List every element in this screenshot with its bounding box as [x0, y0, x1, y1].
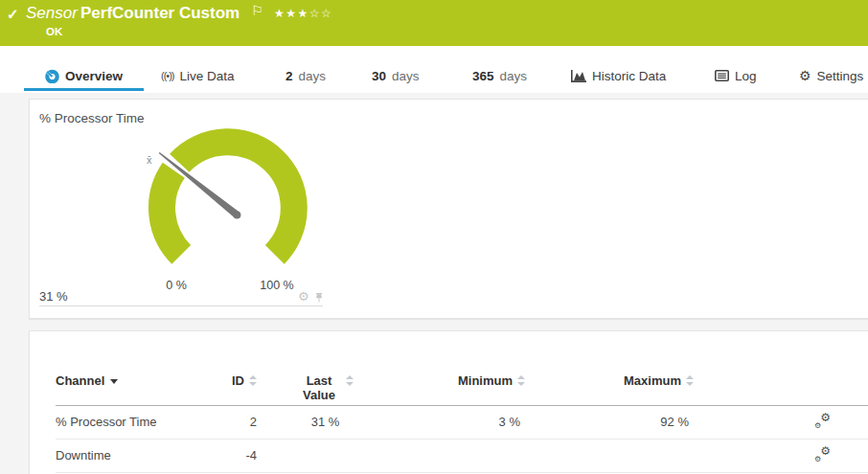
- column-header-last-value-label: Last Value: [297, 373, 341, 402]
- sensor-name: PerfCounter Custom: [80, 4, 240, 23]
- tab-30-days-number: 30: [372, 69, 386, 83]
- live-data-icon: ((•)): [161, 70, 174, 81]
- tab-live-data-label: Live Data: [180, 69, 235, 83]
- tab-overview[interactable]: Overview: [24, 46, 144, 93]
- settings-gear-icon: ⚙: [799, 69, 811, 82]
- active-tab-indicator: [24, 88, 144, 92]
- sort-icon: [685, 375, 694, 386]
- status-check-icon: ✓: [7, 6, 19, 23]
- tab-2-days-word: days: [299, 69, 327, 83]
- channel-settings-icon[interactable]: ⚙ ⚙: [814, 413, 831, 429]
- channel-table: Channel ID Last Value Minimum Maximum: [56, 358, 868, 473]
- sorted-desc-icon: [110, 379, 118, 384]
- flag-icon[interactable]: ⚐: [251, 3, 263, 18]
- sensor-header: ✓ Sensor PerfCounter Custom ⚐ ★★★☆☆ OK: [0, 0, 868, 46]
- tab-settings[interactable]: ⚙ Settings: [799, 46, 863, 93]
- gauge-scale-max: 100 %: [248, 279, 306, 292]
- column-header-id[interactable]: ID: [199, 358, 257, 405]
- tab-365-days[interactable]: 365 days: [472, 46, 527, 93]
- channel-maximum-cell: 92 %: [525, 405, 694, 439]
- tab-log-label: Log: [735, 69, 757, 83]
- channel-minimum-cell: 3 %: [394, 405, 525, 439]
- gauge-chart: [30, 100, 868, 320]
- sort-icon: [345, 375, 354, 386]
- gear-icon: ⚙: [820, 411, 831, 424]
- tab-30-days[interactable]: 30 days: [372, 46, 420, 93]
- column-header-maximum-label: Maximum: [624, 373, 681, 388]
- column-header-id-label: ID: [232, 373, 244, 388]
- sort-icon: [248, 375, 257, 386]
- channel-last-value-cell: 31 %: [257, 405, 394, 439]
- gauge-panel: % Processor Time x̄ 0 % 100 % 31 % ⚙: [29, 99, 868, 319]
- tab-30-days-word: days: [392, 69, 420, 83]
- average-marker: x̄: [147, 154, 152, 166]
- table-row: Downtime -4 ⚙ ⚙: [56, 439, 868, 472]
- channel-id-cell: -4: [199, 439, 257, 472]
- gauge-settings-gear-icon[interactable]: ⚙: [298, 289, 309, 304]
- gauge-footer-divider: [39, 305, 323, 306]
- object-kind-label: Sensor: [26, 4, 78, 23]
- channel-table-panel: Channel ID Last Value Minimum Maximum: [29, 330, 868, 474]
- channel-settings-icon[interactable]: ⚙ ⚙: [814, 446, 831, 463]
- column-header-minimum[interactable]: Minimum: [394, 358, 525, 405]
- tab-historic-data[interactable]: Historic Data: [571, 46, 666, 93]
- gear-icon: ⚙: [820, 444, 831, 458]
- tab-overview-label: Overview: [65, 69, 123, 83]
- gauge-needle: [159, 152, 240, 218]
- pin-icon[interactable]: [314, 292, 324, 304]
- channel-maximum-cell: [525, 439, 694, 472]
- channel-name-cell[interactable]: % Processor Time: [56, 405, 199, 439]
- table-header-row: Channel ID Last Value Minimum Maximum: [56, 358, 868, 405]
- log-list-icon: [715, 70, 729, 81]
- sort-icon: [516, 375, 525, 386]
- column-header-actions: [694, 358, 868, 405]
- gear-icon: ⚙: [814, 421, 821, 430]
- tab-365-days-word: days: [500, 69, 528, 83]
- tab-live-data[interactable]: ((•)) Live Data: [161, 46, 235, 93]
- area-chart-icon: [571, 70, 586, 82]
- tab-365-days-number: 365: [472, 69, 494, 83]
- column-header-maximum[interactable]: Maximum: [525, 358, 694, 405]
- channel-last-value-cell: [257, 439, 394, 472]
- table-row: % Processor Time 2 31 % 3 % 92 % ⚙ ⚙: [56, 405, 868, 439]
- channel-minimum-cell: [394, 439, 525, 472]
- gauge-scale-min: 0 %: [157, 279, 195, 292]
- channel-id-cell: 2: [199, 405, 257, 439]
- tab-settings-label: Settings: [817, 69, 864, 83]
- column-header-last-value[interactable]: Last Value: [257, 358, 394, 405]
- channel-name-cell[interactable]: Downtime: [56, 439, 199, 472]
- gauge-icon: [45, 69, 59, 83]
- gear-icon: ⚙: [814, 455, 821, 463]
- tab-log[interactable]: Log: [715, 46, 757, 93]
- column-header-channel[interactable]: Channel: [56, 358, 199, 405]
- tab-2-days[interactable]: 2 days: [286, 46, 326, 93]
- tab-historic-data-label: Historic Data: [592, 69, 666, 83]
- column-header-channel-label: Channel: [56, 373, 104, 388]
- tab-2-days-number: 2: [286, 69, 293, 83]
- sensor-status-badge: OK: [46, 26, 62, 37]
- gauge-current-value: 31 %: [39, 289, 68, 304]
- gauge-title: % Processor Time: [39, 111, 145, 125]
- column-header-minimum-label: Minimum: [458, 373, 513, 388]
- priority-stars[interactable]: ★★★☆☆: [274, 7, 332, 20]
